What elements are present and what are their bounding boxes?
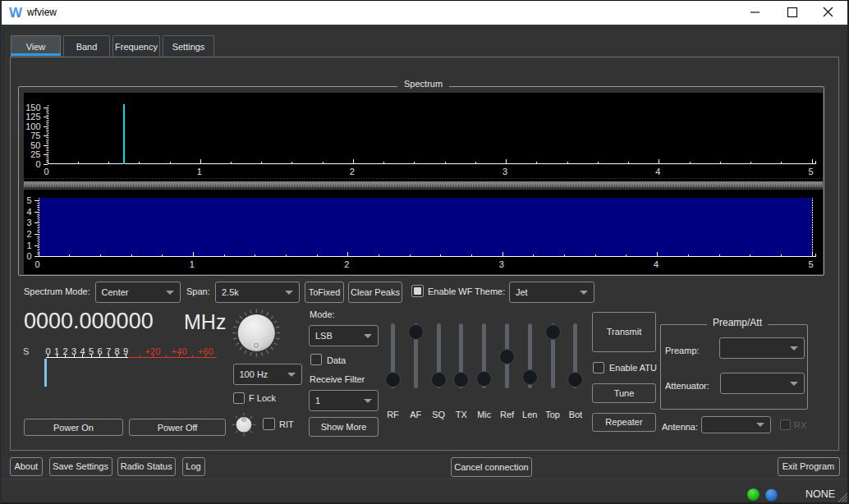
svg-text:5: 5 <box>808 259 813 269</box>
svg-text:2: 2 <box>350 167 355 176</box>
svg-text:0: 0 <box>35 159 40 169</box>
svg-text:5: 5 <box>808 167 813 176</box>
svg-text:75: 75 <box>30 131 40 140</box>
svg-text:0: 0 <box>44 167 48 176</box>
svg-text:100: 100 <box>25 121 40 131</box>
svg-text:2: 2 <box>344 259 349 269</box>
svg-text:0: 0 <box>26 251 31 261</box>
svg-text:1: 1 <box>190 259 195 269</box>
svg-text:4: 4 <box>655 167 660 176</box>
svg-text:4: 4 <box>654 259 659 269</box>
svg-text:125: 125 <box>25 112 40 121</box>
svg-text:2: 2 <box>26 229 31 239</box>
svg-text:25: 25 <box>30 149 40 159</box>
svg-text:W: W <box>9 5 23 20</box>
svg-text:3: 3 <box>503 167 507 176</box>
svg-text:5: 5 <box>26 195 31 205</box>
svg-text:3: 3 <box>26 218 31 227</box>
svg-text:1: 1 <box>197 167 202 176</box>
svg-text:0: 0 <box>34 259 39 269</box>
svg-text:4: 4 <box>26 207 31 217</box>
svg-text:50: 50 <box>30 140 40 150</box>
svg-text:1: 1 <box>26 241 31 250</box>
svg-text:3: 3 <box>499 259 504 269</box>
svg-text:S: S <box>23 346 29 356</box>
svg-text:150: 150 <box>25 103 40 112</box>
